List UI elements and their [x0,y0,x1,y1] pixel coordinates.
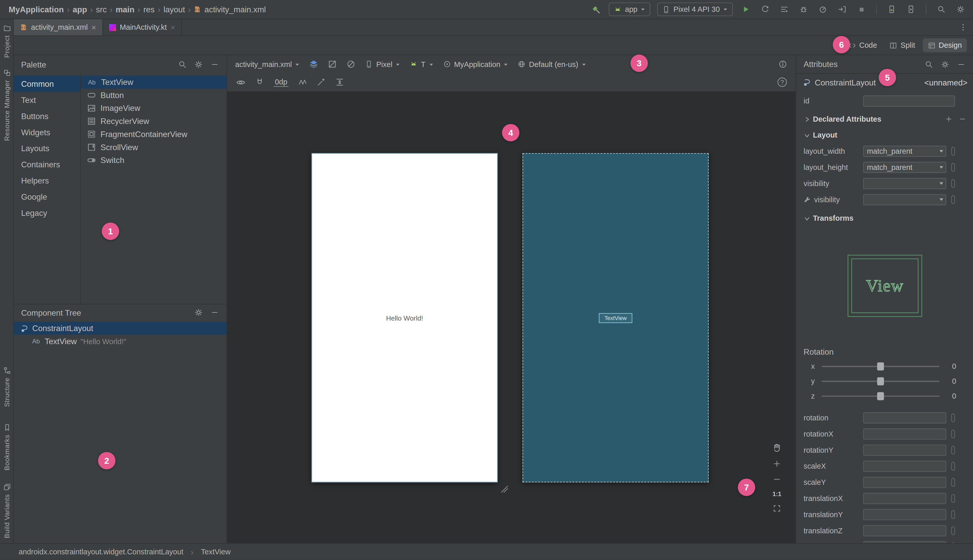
tree-row-textview[interactable]: Ab TextView "Hello World!" [13,335,227,348]
slider-thumb[interactable] [877,392,884,400]
palette-item-textview[interactable]: Ab TextView [81,76,227,89]
translation-y-input[interactable] [863,509,946,520]
resource-picker-button[interactable] [951,413,955,422]
close-tab-icon[interactable]: × [92,23,96,31]
run-config-select[interactable]: app [609,3,650,16]
file-select[interactable]: activity_main.xml [235,60,300,68]
breadcrumb-item-res[interactable]: res [143,5,155,14]
add-attribute-icon[interactable] [945,115,953,123]
locale-select[interactable]: Default (en-us) [518,60,587,68]
more-vert-icon[interactable] [959,23,967,32]
running-devices-button[interactable] [904,3,917,16]
autoconnect-magnet-icon[interactable] [255,78,264,87]
stop-button[interactable] [855,3,868,16]
build-button[interactable] [590,3,602,16]
remove-attribute-icon[interactable] [959,115,966,123]
view-options-eye-icon[interactable] [236,77,246,87]
palette-category-text[interactable]: Text [13,92,80,108]
breadcrumb-item-file[interactable]: activity_main.xml [204,5,266,14]
pack-align-icon[interactable] [335,78,344,87]
stripe-project[interactable]: Project [0,24,13,58]
device-chip-select[interactable]: Pixel [365,60,400,68]
minimize-icon[interactable] [211,308,219,317]
palette-category-widgets[interactable]: Widgets [13,124,80,140]
resource-picker-button[interactable] [951,430,955,438]
resize-handle-icon[interactable] [501,485,508,493]
palette-category-containers[interactable]: Containers [13,156,80,172]
gear-icon[interactable] [194,60,203,69]
help-icon[interactable]: ? [777,78,787,87]
stripe-resource-manager[interactable]: Resource Manager [0,69,13,141]
resource-picker-button[interactable] [951,494,955,503]
id-input[interactable] [863,95,955,107]
alpha-input[interactable] [863,541,946,543]
palette-item-imageview[interactable]: ImageView [81,102,227,115]
scale-x-input[interactable] [863,461,946,472]
resource-picker-button[interactable] [951,195,955,204]
palette-category-layouts[interactable]: Layouts [13,140,80,156]
design-button[interactable]: Design [923,38,966,52]
design-preview[interactable]: Hello World! [312,153,498,482]
status-breadcrumb-child[interactable]: TextView [201,547,231,556]
zoom-fit-icon[interactable] [772,504,781,513]
stripe-build-variants[interactable]: Build Variants [0,483,13,538]
device-manager-button[interactable] [885,3,898,16]
search-everywhere-button[interactable] [935,3,948,16]
blueprint-toggle-icon[interactable] [328,60,337,69]
zoom-ratio-button[interactable]: 1:1 [772,490,781,497]
night-mode-icon[interactable] [346,60,356,69]
palette-category-buttons[interactable]: Buttons [13,108,80,124]
infer-constraints-wand-icon[interactable] [316,78,326,87]
palette-item-switch[interactable]: Switch [81,154,227,167]
resource-picker-button[interactable] [951,462,955,471]
search-icon[interactable] [925,60,933,68]
palette-item-recyclerview[interactable]: RecyclerView [81,115,227,128]
transforms-section[interactable]: Transforms [796,210,973,227]
design-surface-icon[interactable] [309,60,319,69]
tools-visibility-select[interactable] [863,194,946,205]
resource-picker-button[interactable] [951,147,955,156]
translation-z-input[interactable] [863,525,946,536]
palette-category-helpers[interactable]: Helpers [13,172,80,188]
visibility-select[interactable] [863,178,946,189]
minimize-icon[interactable] [211,60,219,69]
run-button[interactable] [740,3,752,16]
breadcrumb-item-project[interactable]: MyApplication [9,5,64,14]
declared-attributes-section[interactable]: Declared Attributes [796,111,973,127]
slider-thumb[interactable] [877,377,884,385]
scale-y-input[interactable] [863,477,946,488]
issues-icon[interactable] [778,60,787,69]
hello-world-text[interactable]: Hello World! [386,314,423,322]
palette-category-common[interactable]: Common [13,76,80,92]
breadcrumb-item-layout[interactable]: layout [163,5,185,14]
api-select[interactable]: T [410,60,434,68]
palette-item-scrollview[interactable]: ScrollView [81,141,227,154]
layout-width-select[interactable]: match_parent [863,146,946,157]
resource-picker-button[interactable] [951,527,955,535]
breadcrumb-item-main[interactable]: main [115,5,134,14]
tab-activity-main-xml[interactable]: activity_main.xml × [13,19,103,35]
attach-debugger-button[interactable] [836,3,848,16]
stripe-bookmarks[interactable]: Bookmarks [0,423,13,470]
rotation-y-input[interactable] [863,445,946,455]
design-canvas[interactable]: Hello World! TextView 1:1 [227,92,796,543]
zoom-out-icon[interactable] [772,475,781,484]
pan-hand-icon[interactable] [772,443,782,453]
breadcrumb-item-app[interactable]: app [73,5,87,14]
split-button[interactable]: Split [884,38,920,52]
palette-item-button[interactable]: Button [81,88,227,102]
tree-row-constraintlayout[interactable]: ConstraintLayout [13,322,227,335]
debug-button[interactable] [797,3,810,16]
profiler-button[interactable] [817,3,829,16]
zoom-in-icon[interactable] [772,459,781,468]
palette-item-fragmentcontainerview[interactable]: FragmentContainerView [81,128,227,141]
tab-mainactivity-kt[interactable]: MainActivity.kt × [103,19,182,35]
rotation-x-input[interactable] [863,428,946,439]
close-tab-icon[interactable]: × [171,23,175,31]
palette-category-legacy[interactable]: Legacy [13,205,80,221]
run-tasks-button[interactable] [778,3,790,16]
theme-select[interactable]: MyApplication [443,60,508,68]
resource-picker-button[interactable] [951,179,955,188]
gear-icon[interactable] [941,60,950,68]
resource-picker-button[interactable] [951,510,955,519]
